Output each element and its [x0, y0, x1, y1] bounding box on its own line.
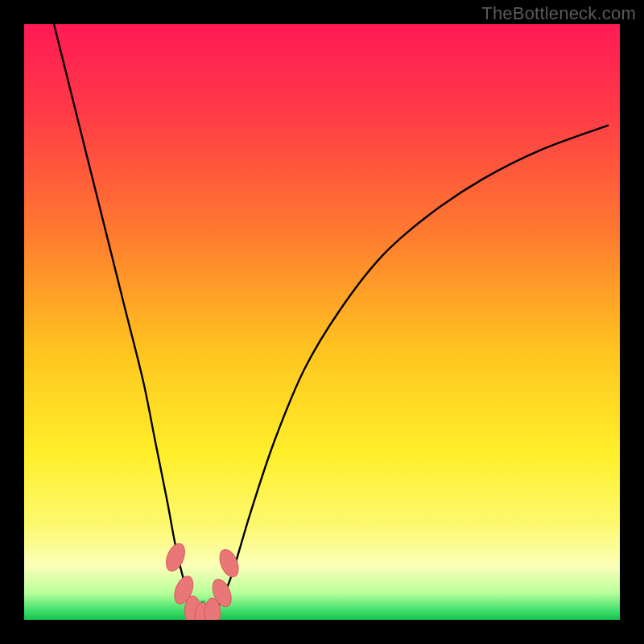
watermark-text: TheBottleneck.com [481, 3, 636, 24]
marker-left-upper [163, 541, 188, 574]
curve-layer [24, 24, 620, 620]
plot-area [24, 24, 620, 620]
chart-frame: TheBottleneck.com [0, 0, 644, 644]
bottleneck-curve [54, 24, 608, 617]
